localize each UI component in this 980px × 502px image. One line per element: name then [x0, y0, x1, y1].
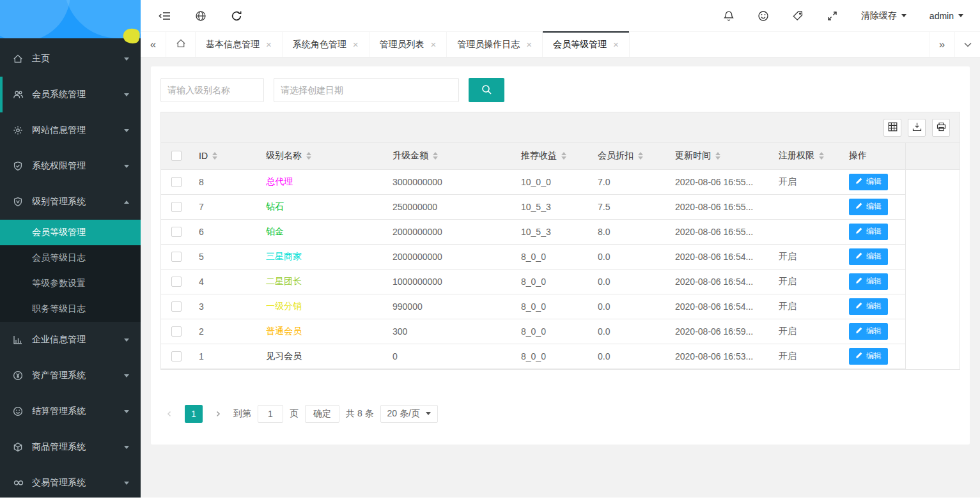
row-checkbox[interactable]: [171, 202, 182, 212]
sort-icon[interactable]: [715, 152, 720, 160]
cell-checkbox: [161, 219, 191, 244]
tab-home[interactable]: [166, 32, 196, 57]
columns-button[interactable]: [883, 119, 901, 137]
cell-register-permission: 开启: [771, 319, 841, 344]
prev-page-button[interactable]: [160, 405, 178, 423]
sort-icon[interactable]: [638, 152, 643, 160]
sidebar-item-trade-manage[interactable]: 交易管理系统: [0, 465, 141, 501]
close-icon[interactable]: ×: [431, 40, 437, 49]
edit-button[interactable]: 编辑: [849, 348, 888, 365]
tab-member-level-manage[interactable]: 会员等级管理 ×: [543, 32, 630, 57]
sidebar-item-asset-manage[interactable]: 资产管理系统: [0, 358, 141, 393]
cell-filler: [905, 169, 960, 194]
edit-button[interactable]: 编辑: [849, 199, 888, 215]
create-date-input[interactable]: [274, 78, 459, 102]
cell-member-discount: 0.0: [590, 269, 667, 294]
table-row: 7 钻石 250000000 10_5_3 7.5 2020-08-06 16:…: [161, 194, 960, 219]
cell-operation: 编辑: [841, 294, 905, 319]
sort-icon[interactable]: [819, 152, 824, 160]
sort-icon[interactable]: [433, 152, 438, 160]
submenu-item-member-level-log[interactable]: 会员等级日志: [0, 245, 141, 271]
edit-button[interactable]: 编辑: [849, 323, 888, 340]
level-name-text: 二星团长: [266, 276, 302, 286]
globe-icon[interactable]: [195, 10, 206, 22]
sidebar-item-settlement-manage[interactable]: 结算管理系统: [0, 393, 141, 429]
sidebar-item-enterprise-info[interactable]: 企业信息管理: [0, 322, 141, 358]
search-button[interactable]: [469, 78, 504, 102]
cell-upgrade-amount: 250000000: [385, 194, 513, 219]
chevron-down-icon: [901, 14, 906, 17]
export-button[interactable]: [908, 119, 926, 137]
logo-decor: [0, 0, 70, 38]
face-icon[interactable]: [758, 10, 769, 22]
edit-button[interactable]: 编辑: [849, 224, 888, 240]
sidebar-item-goods-manage[interactable]: 商品管理系统: [0, 429, 141, 465]
clear-cache-dropdown[interactable]: 清除缓存: [861, 10, 906, 22]
cell-checkbox: [161, 169, 191, 194]
tab-admin-list[interactable]: 管理员列表 ×: [369, 32, 447, 57]
current-page[interactable]: 1: [185, 405, 203, 423]
row-checkbox[interactable]: [171, 277, 182, 287]
tab-system-role[interactable]: 系统角色管理 ×: [283, 32, 369, 57]
submenu-item-level-param-setting[interactable]: 等级参数设置: [0, 271, 141, 296]
tag-icon[interactable]: [792, 10, 804, 22]
sidebar-item-label: 系统权限管理: [32, 160, 86, 172]
sidebar-item-member-system[interactable]: 会员系统管理: [0, 77, 141, 112]
sort-icon[interactable]: [561, 152, 566, 160]
tab-admin-op-log[interactable]: 管理员操作日志 ×: [447, 32, 543, 57]
close-icon[interactable]: ×: [526, 40, 532, 49]
fullscreen-icon[interactable]: [827, 10, 838, 22]
admin-dropdown[interactable]: admin: [929, 11, 963, 21]
pencil-icon: [855, 326, 863, 336]
row-checkbox[interactable]: [171, 252, 182, 262]
page-size-select[interactable]: 20 条/页: [380, 405, 438, 423]
edit-button[interactable]: 编辑: [849, 273, 888, 290]
row-checkbox[interactable]: [171, 177, 182, 187]
tabs-scroll-left-button[interactable]: «: [141, 32, 166, 57]
print-button[interactable]: [932, 119, 950, 137]
row-checkbox[interactable]: [171, 351, 182, 361]
close-icon[interactable]: ×: [353, 40, 359, 49]
cell-checkbox: [161, 244, 191, 269]
cell-level-name: 三星商家: [258, 244, 385, 269]
cell-id: 7: [191, 194, 258, 219]
select-all-checkbox[interactable]: [171, 151, 182, 161]
clear-cache-label: 清除缓存: [861, 10, 897, 22]
cell-referral-income: 8_0_0: [513, 319, 590, 344]
refresh-icon[interactable]: [231, 10, 242, 22]
tabs-menu-button[interactable]: [954, 32, 980, 57]
submenu-item-duty-level-log[interactable]: 职务等级日志: [0, 296, 141, 322]
level-name-input[interactable]: [160, 78, 264, 102]
users-icon: [13, 89, 26, 100]
menu-fold-icon[interactable]: [159, 11, 171, 21]
sidebar-item-site-info[interactable]: 网站信息管理: [0, 112, 141, 148]
row-checkbox[interactable]: [171, 301, 182, 312]
close-icon[interactable]: ×: [266, 40, 272, 49]
cell-member-discount: 7.0: [590, 169, 667, 194]
sort-icon[interactable]: [212, 152, 217, 160]
cell-filler: [905, 294, 960, 319]
row-checkbox[interactable]: [171, 326, 182, 337]
row-checkbox[interactable]: [171, 227, 182, 237]
sidebar-item-label: 级别管理系统: [32, 196, 86, 208]
tabs-scroll-right-button[interactable]: »: [929, 32, 954, 57]
close-icon[interactable]: ×: [613, 40, 619, 49]
confirm-page-button[interactable]: 确定: [305, 405, 339, 423]
table-row: 8 总代理 3000000000 10_0_0 7.0 2020-08-06 1…: [161, 169, 960, 194]
edit-button[interactable]: 编辑: [849, 248, 888, 265]
sidebar-item-permission[interactable]: 系统权限管理: [0, 148, 141, 184]
next-page-button[interactable]: [209, 405, 227, 423]
cell-member-discount: 0.0: [590, 244, 667, 269]
cell-referral-income: 10_5_3: [513, 219, 590, 244]
bell-icon[interactable]: [723, 10, 735, 22]
goto-page-input[interactable]: [258, 405, 283, 423]
submenu-item-member-level-manage[interactable]: 会员等级管理: [0, 220, 141, 245]
sidebar: 主页 会员系统管理 网站信息管理 系统权限管理 级别管理系统 会员等级管理 会员…: [0, 0, 141, 498]
sidebar-item-level-system[interactable]: 级别管理系统: [0, 184, 141, 220]
table-header-row: ID 级别名称 升级金额 推荐收益 会员折扣 更新时间 注册权限 操作: [161, 143, 960, 169]
edit-button[interactable]: 编辑: [849, 174, 888, 190]
sidebar-item-home[interactable]: 主页: [0, 41, 141, 77]
edit-button[interactable]: 编辑: [849, 298, 888, 315]
tab-basic-info[interactable]: 基本信息管理 ×: [196, 32, 283, 57]
sort-icon[interactable]: [306, 152, 311, 160]
